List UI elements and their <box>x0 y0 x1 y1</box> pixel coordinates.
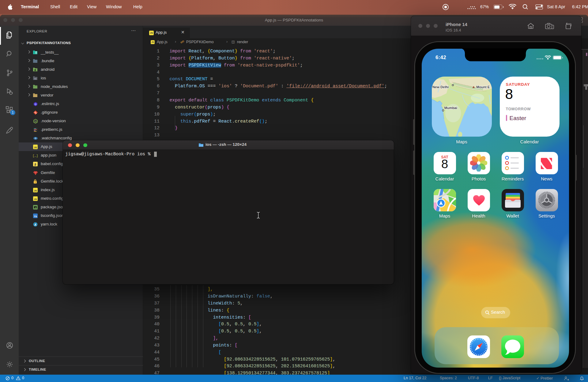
svg-text:JS: JS <box>34 189 37 192</box>
svg-text:JS: JS <box>34 146 37 149</box>
svg-text:β: β <box>35 163 36 166</box>
svg-text:{…}: {…} <box>33 154 38 158</box>
svg-text:TS: TS <box>34 215 37 217</box>
svg-text:Mumbai: Mumbai <box>444 106 457 110</box>
svg-text:New Delhi: New Delhi <box>432 85 448 89</box>
svg-text:Mount E: Mount E <box>476 85 490 89</box>
svg-text:ios: ios <box>34 78 37 80</box>
svg-text:JS: JS <box>34 198 37 200</box>
svg-text:js: js <box>34 121 37 123</box>
